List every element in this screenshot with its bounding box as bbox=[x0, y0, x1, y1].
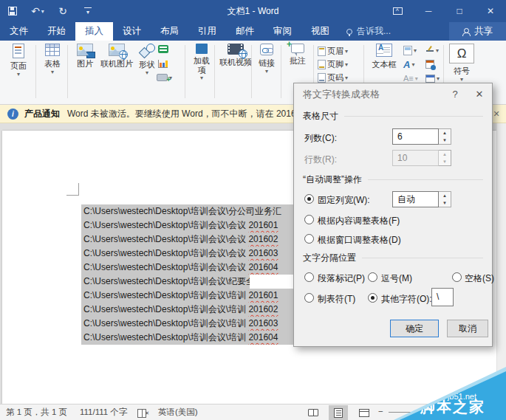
drop-cap-button[interactable]: A≡▾ bbox=[403, 75, 418, 83]
redo-button[interactable]: ↻ bbox=[50, 0, 75, 22]
print-layout-button[interactable] bbox=[329, 405, 348, 420]
other-char-input[interactable]: \ bbox=[431, 288, 454, 306]
columns-spinner[interactable]: ▲▼ bbox=[439, 128, 451, 145]
document-line[interactable]: C:\Users\westech\Desktop\培训会议\会议 201601 bbox=[81, 218, 299, 233]
wordart-button[interactable]: A▾ bbox=[403, 60, 414, 69]
spin-down-icon[interactable]: ▼ bbox=[439, 137, 451, 144]
radio-autofit-contents[interactable] bbox=[304, 215, 314, 224]
chart-button[interactable] bbox=[158, 60, 168, 68]
signature-line-button[interactable]: ▾ bbox=[425, 46, 439, 55]
date-time-button[interactable] bbox=[425, 60, 434, 69]
links-button[interactable]: 链接 ▾ bbox=[254, 44, 279, 75]
language-indicator[interactable]: 英语(美国) bbox=[158, 404, 198, 420]
tab-layout[interactable]: 布局 bbox=[151, 22, 188, 41]
share-button[interactable]: 共享 bbox=[449, 22, 506, 41]
signature-line-icon bbox=[425, 46, 434, 55]
group-separator bbox=[251, 45, 252, 98]
screenshot-icon bbox=[157, 74, 168, 81]
page-indicator[interactable]: 第 1 页，共 1 页 bbox=[6, 404, 67, 420]
screenshot-button[interactable]: ▾ bbox=[157, 74, 172, 81]
table-button[interactable]: 表格 ▾ bbox=[38, 44, 66, 75]
columns-input[interactable]: 6 bbox=[392, 128, 439, 145]
radio-tabs[interactable] bbox=[304, 293, 314, 303]
close-button[interactable]: ✕ bbox=[475, 0, 506, 22]
tab-mailings[interactable]: 邮件 bbox=[226, 22, 264, 41]
ribbon-display-options-button[interactable] bbox=[382, 0, 413, 22]
minimize-button[interactable]: ─ bbox=[413, 0, 444, 22]
radio-spaces[interactable] bbox=[452, 272, 462, 282]
cancel-button[interactable]: 取消 bbox=[447, 320, 488, 337]
symbol-button[interactable]: Ω 符号 ▾ bbox=[448, 44, 476, 83]
online-pictures-icon bbox=[109, 44, 125, 56]
proofing-status[interactable] bbox=[137, 404, 146, 420]
fixed-width-spinner[interactable]: ▲▼ bbox=[439, 191, 451, 207]
document-line[interactable]: C:\Users\westech\Desktop\培训会议\会议 201604 bbox=[81, 261, 299, 275]
tab-home[interactable]: 开始 bbox=[38, 22, 75, 41]
footer-icon bbox=[318, 60, 326, 69]
radio-other[interactable] bbox=[368, 293, 377, 303]
tell-me-box[interactable]: 告诉我... bbox=[346, 22, 391, 41]
comment-button[interactable]: 批注 bbox=[284, 44, 312, 66]
document-line[interactable]: C:\Users\westech\Desktop\培训会议\培训 201603 bbox=[81, 317, 299, 331]
document-line[interactable]: C:\Users\westech\Desktop\培训会议\会议 201602 bbox=[81, 233, 299, 247]
web-layout-button[interactable] bbox=[355, 405, 374, 420]
tab-references[interactable]: 引用 bbox=[188, 22, 226, 41]
tab-view[interactable]: 视图 bbox=[301, 22, 339, 41]
omega-icon: Ω bbox=[449, 44, 474, 63]
addins-button[interactable]: 加载项 ▾ bbox=[189, 44, 214, 81]
spin-up-icon[interactable]: ▲ bbox=[439, 192, 451, 199]
zoom-out-button[interactable]: − bbox=[378, 404, 383, 419]
window-controls: ─ □ ✕ bbox=[382, 0, 506, 22]
document-line[interactable]: C:\Users\westech\Desktop\培训会议\培训 201604 bbox=[81, 331, 299, 345]
tab-insert[interactable]: 插入 bbox=[75, 22, 113, 41]
web-layout-icon bbox=[359, 409, 369, 417]
maximize-button[interactable]: □ bbox=[444, 0, 475, 22]
shapes-button[interactable]: 形状 ▾ bbox=[133, 44, 161, 76]
document-line[interactable]: C:\Users\westech\Desktop\培训会议\培训 201601 bbox=[81, 289, 299, 303]
rows-input: 10 bbox=[392, 150, 439, 166]
online-pictures-button[interactable]: 联机图片 bbox=[99, 44, 134, 69]
undo-button[interactable]: ↶▾ bbox=[25, 0, 50, 22]
smartart-button[interactable] bbox=[158, 45, 168, 53]
ok-button[interactable]: 确定 bbox=[390, 320, 439, 337]
picture-button[interactable]: 图片 bbox=[70, 44, 100, 69]
read-mode-button[interactable] bbox=[304, 405, 323, 420]
dropdown-arrow-icon: ▾ bbox=[436, 47, 439, 54]
fixed-width-input[interactable]: 自动 bbox=[392, 191, 439, 207]
page-number-button[interactable]: 页码▾ bbox=[318, 72, 348, 83]
footer-button[interactable]: 页脚▾ bbox=[318, 59, 348, 70]
radio-commas[interactable] bbox=[368, 272, 377, 282]
read-mode-icon bbox=[308, 409, 318, 416]
object-button[interactable]: ▾ bbox=[425, 75, 440, 83]
online-video-button[interactable]: 联机视频 bbox=[217, 44, 254, 68]
spin-up-icon[interactable]: ▲ bbox=[439, 129, 451, 137]
tab-design[interactable]: 设计 bbox=[113, 22, 151, 41]
word-count[interactable]: 111/111 个字 bbox=[80, 404, 127, 420]
pages-button[interactable]: 页面 ▾ bbox=[4, 44, 33, 78]
document-line[interactable]: C:\Users\westech\Desktop\培训会议\纪要全年 ↵ bbox=[81, 275, 250, 289]
document-line[interactable]: C:\Users\westech\Desktop\培训会议\会议 201603 bbox=[81, 247, 299, 261]
document-line[interactable]: C:\Users\westech\Desktop\培训会议\分公司业务汇 bbox=[81, 204, 299, 218]
lightbulb-icon bbox=[346, 29, 352, 35]
header-icon bbox=[318, 47, 326, 56]
textbox-button[interactable]: 文本框 bbox=[368, 44, 400, 70]
vertical-scrollbar[interactable] bbox=[496, 123, 506, 404]
online-video-icon bbox=[228, 44, 244, 55]
tab-review[interactable]: 审阅 bbox=[264, 22, 301, 41]
quick-parts-button[interactable]: ▾ bbox=[403, 46, 417, 55]
dialog-close-button[interactable]: ✕ bbox=[468, 83, 490, 105]
dialog-help-button[interactable]: ? bbox=[445, 83, 465, 105]
document-line[interactable]: C:\Users\westech\Desktop\培训会议\培训 201602 bbox=[81, 303, 299, 317]
save-button[interactable] bbox=[0, 0, 25, 22]
radio-paragraphs[interactable] bbox=[304, 272, 314, 282]
header-button[interactable]: 页眉▾ bbox=[318, 46, 348, 57]
tell-me-label: 告诉我... bbox=[357, 25, 391, 38]
group-separator bbox=[214, 45, 215, 98]
radio-fixed-width[interactable] bbox=[304, 194, 314, 204]
radio-autofit-window[interactable] bbox=[304, 234, 314, 244]
share-label: 共享 bbox=[474, 25, 493, 38]
tab-file[interactable]: 文件 bbox=[0, 22, 38, 41]
customize-qat-button[interactable]: ▾ bbox=[75, 0, 100, 22]
textbox-icon bbox=[376, 44, 392, 57]
spin-down-icon[interactable]: ▼ bbox=[439, 199, 451, 207]
